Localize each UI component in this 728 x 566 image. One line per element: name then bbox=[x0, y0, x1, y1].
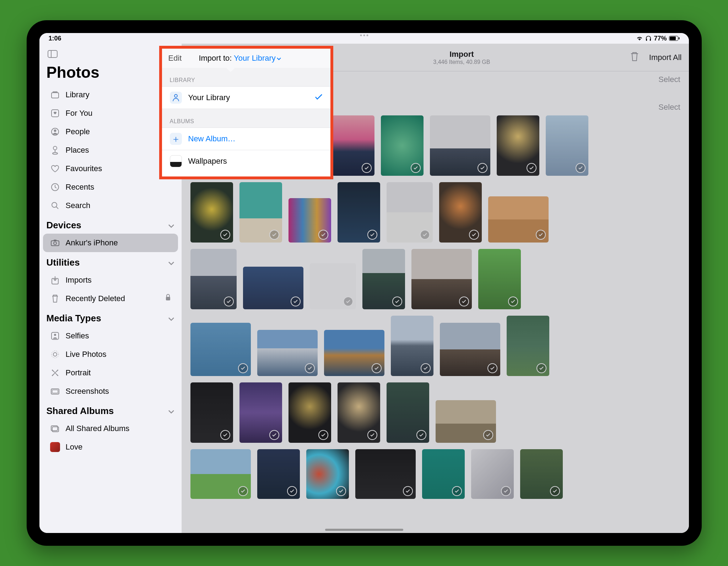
sidebar-item-device[interactable]: Ankur's iPhone bbox=[43, 234, 178, 252]
delete-button[interactable] bbox=[630, 51, 639, 64]
popover-section-albums: ALBUMS bbox=[162, 109, 330, 128]
chevron-down-icon bbox=[168, 257, 174, 268]
sidebar-item-all-shared[interactable]: All Shared Albums bbox=[43, 419, 178, 438]
thumbnail[interactable] bbox=[520, 449, 563, 499]
thumbnail[interactable] bbox=[190, 449, 251, 499]
wifi-icon bbox=[636, 36, 643, 41]
thumbnail[interactable] bbox=[440, 323, 500, 376]
thumbnail[interactable] bbox=[310, 263, 356, 309]
sidebar-item-screenshots[interactable]: Screenshots bbox=[43, 382, 178, 401]
sidebar-item-search[interactable]: Search bbox=[43, 196, 178, 215]
popover-option-new-album[interactable]: ＋ New Album… bbox=[162, 128, 330, 150]
thumbnail[interactable] bbox=[391, 316, 433, 376]
sidebar-item-label: For You bbox=[66, 109, 93, 118]
lock-icon bbox=[165, 294, 171, 303]
thumbnail[interactable] bbox=[430, 115, 490, 176]
sidebar-item-foryou[interactable]: For You bbox=[43, 104, 178, 123]
check-icon bbox=[421, 363, 431, 373]
svg-point-23 bbox=[53, 353, 57, 356]
check-icon bbox=[224, 296, 234, 306]
thumbnail[interactable] bbox=[288, 198, 331, 243]
popover-option-wallpapers[interactable]: Wallpapers bbox=[162, 150, 330, 176]
thumbnail[interactable] bbox=[411, 249, 472, 309]
sidebar-item-recents[interactable]: Recents bbox=[43, 178, 178, 196]
sidebar-item-recently-deleted[interactable]: Recently Deleted bbox=[43, 289, 178, 308]
home-indicator[interactable] bbox=[325, 529, 403, 531]
thumbnail[interactable] bbox=[239, 182, 282, 243]
thumbnail[interactable] bbox=[288, 382, 331, 443]
svg-line-15 bbox=[56, 207, 58, 209]
thumbnail[interactable] bbox=[190, 323, 251, 376]
sidebar-item-label: Screenshots bbox=[66, 387, 109, 396]
svg-point-17 bbox=[54, 242, 56, 245]
check-icon bbox=[238, 363, 248, 373]
live-icon bbox=[50, 349, 60, 359]
sidebar-item-imports[interactable]: Imports bbox=[43, 271, 178, 289]
battery-icon bbox=[669, 36, 680, 41]
sidebar-item-places[interactable]: Places bbox=[43, 141, 178, 159]
check-icon bbox=[336, 486, 346, 496]
sidebar-section-media-types[interactable]: Media Types bbox=[39, 308, 182, 327]
sidebar-item-album-love[interactable]: Love bbox=[43, 438, 178, 456]
thumbnail[interactable] bbox=[332, 115, 374, 176]
sidebar-section-shared-albums[interactable]: Shared Albums bbox=[39, 401, 182, 419]
thumbnail[interactable] bbox=[306, 449, 349, 499]
svg-point-29 bbox=[174, 94, 177, 97]
thumbnail[interactable] bbox=[439, 182, 482, 243]
sidebar-item-selfies[interactable]: Selfies bbox=[43, 327, 178, 345]
popover-option-label: Wallpapers bbox=[188, 157, 227, 166]
heart-icon bbox=[50, 164, 60, 174]
thumbnail[interactable] bbox=[546, 115, 588, 176]
import-to-target-button[interactable]: Your Library bbox=[234, 54, 281, 62]
check-icon bbox=[367, 230, 377, 240]
sidebar-item-people[interactable]: People bbox=[43, 123, 178, 141]
thumbnail[interactable] bbox=[338, 382, 380, 443]
thumbnail[interactable] bbox=[497, 115, 539, 176]
thumbnail[interactable] bbox=[436, 400, 496, 443]
check-icon bbox=[362, 163, 372, 173]
check-icon bbox=[459, 296, 469, 306]
thumbnail[interactable] bbox=[471, 449, 514, 499]
ipad-frame: 1:06 77% bbox=[27, 20, 702, 546]
sidebar-toggle-button[interactable] bbox=[46, 47, 59, 61]
trash-icon bbox=[50, 294, 60, 304]
thumbnail[interactable] bbox=[507, 316, 549, 376]
thumbnail[interactable] bbox=[190, 182, 233, 243]
svg-point-14 bbox=[52, 202, 57, 207]
thumbnail[interactable] bbox=[488, 196, 549, 243]
sidebar-section-utilities[interactable]: Utilities bbox=[39, 252, 182, 271]
svg-rect-26 bbox=[52, 390, 58, 393]
check-icon bbox=[220, 430, 230, 440]
thumbnail[interactable] bbox=[324, 330, 384, 376]
thumbnail[interactable] bbox=[243, 267, 303, 309]
thumbnail[interactable] bbox=[381, 115, 424, 176]
thumbnail[interactable] bbox=[362, 249, 405, 309]
sidebar-section-devices[interactable]: Devices bbox=[39, 215, 182, 234]
thumbnail[interactable] bbox=[387, 182, 433, 243]
thumbnail[interactable] bbox=[239, 382, 282, 443]
sidebar-item-portrait[interactable]: Portrait bbox=[43, 364, 178, 382]
thumbnail[interactable] bbox=[190, 249, 237, 309]
thumbnail[interactable] bbox=[190, 382, 233, 443]
status-right: 77% bbox=[636, 35, 679, 42]
check-icon bbox=[508, 296, 518, 306]
sidebar-item-favourites[interactable]: Favourites bbox=[43, 159, 178, 178]
popover-option-your-library[interactable]: Your Library bbox=[162, 87, 330, 109]
edit-button[interactable]: Edit bbox=[168, 54, 182, 63]
checkmark-icon bbox=[315, 93, 323, 102]
check-icon bbox=[501, 486, 511, 496]
import-all-button[interactable]: Import All bbox=[649, 53, 682, 62]
thumbnail[interactable] bbox=[422, 449, 465, 499]
sidebar-item-label: Library bbox=[66, 90, 90, 99]
thumbnail[interactable] bbox=[338, 182, 380, 243]
thumbnail[interactable] bbox=[387, 382, 429, 443]
sidebar-item-livephotos[interactable]: Live Photos bbox=[43, 345, 178, 364]
thumbnail[interactable] bbox=[257, 449, 300, 499]
multitask-grip[interactable] bbox=[360, 34, 368, 36]
thumbnail[interactable] bbox=[257, 330, 318, 376]
thumbnail[interactable] bbox=[478, 249, 521, 309]
check-icon bbox=[392, 296, 402, 306]
sidebar-item-library[interactable]: Library bbox=[43, 86, 178, 104]
places-icon bbox=[50, 145, 60, 155]
thumbnail[interactable] bbox=[355, 449, 416, 499]
